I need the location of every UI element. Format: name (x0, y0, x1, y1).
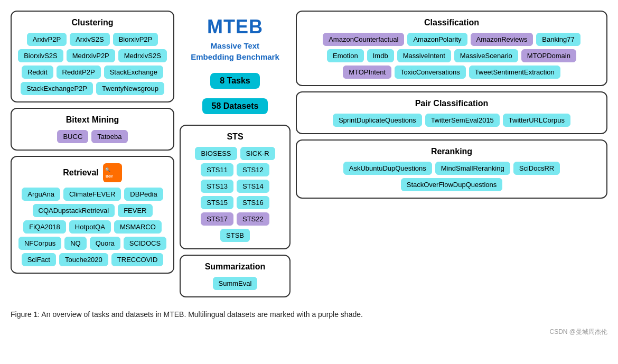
tag-tatoeba: Tatoeba (91, 130, 127, 143)
summarization-box: Summarization SummEval (180, 255, 291, 297)
tag-summeval: SummEval (213, 277, 258, 290)
tag-medrxivp2p: MedrxivP2P (67, 49, 115, 62)
tasks-badge: 8 Tasks (210, 73, 260, 89)
retrieval-tags: ArguAna ClimateFEVER DBPedia CQADupstack… (18, 188, 167, 266)
svg-text:🔍: 🔍 (105, 167, 110, 172)
tag-massivescenario: MassiveScenario (454, 49, 518, 62)
tag-askubuntu: AskUbuntuDupQuestions (343, 162, 432, 175)
tag-fever: FEVER (118, 204, 152, 217)
sts-tags: BIOSESS SICK-R STS11 STS12 STS13 STS14 S… (187, 147, 283, 242)
svg-text:Beir: Beir (106, 174, 113, 178)
pair-classification-tags: SprintDuplicateQuestions TwitterSemEval2… (303, 114, 600, 127)
tag-fiqa2018: FiQA2018 (23, 220, 66, 234)
pair-classification-title: Pair Classification (303, 99, 600, 108)
tag-msmarco: MSMARCO (114, 220, 162, 234)
tag-climatefever: ClimateFEVER (63, 188, 121, 201)
diagram-area: Clustering ArxivP2P ArxivS2S BiorxivP2P … (11, 11, 607, 297)
tag-emotion: Emotion (327, 49, 364, 62)
tag-stackexchange: StackExchange (104, 66, 163, 79)
tag-sts15: STS15 (201, 196, 233, 209)
tag-redditp2p: RedditP2P (57, 66, 101, 79)
tag-quora: Quora (90, 237, 120, 250)
tag-biosess: BIOSESS (195, 147, 237, 160)
tag-sts12: STS12 (237, 163, 269, 176)
reranking-tags: AskUbuntuDupQuestions MindSmallReranking… (303, 162, 600, 191)
tag-mtopdomain: MTOPDomain (521, 49, 576, 62)
tag-touche2020: Touche2020 (59, 253, 108, 266)
tag-twitterurl: TwitterURLCorpus (503, 114, 570, 127)
tag-arguana: ArguAna (22, 188, 60, 201)
tag-medrxivs2s: MedrxivS2S (118, 49, 167, 62)
tag-twentynewsgroup: TwentyNewsgroup (96, 82, 164, 95)
figure-caption: Figure 1: An overview of tasks and datas… (11, 309, 607, 320)
mteb-box: MTEB Massive TextEmbedding Benchmark 8 T… (185, 11, 285, 119)
tag-biorxivp2p: BiorxivP2P (113, 33, 158, 46)
tag-sts13: STS13 (201, 180, 233, 193)
tag-scifact: SciFact (22, 253, 56, 266)
tag-sts17: STS17 (201, 212, 233, 226)
reranking-box: Reranking AskUbuntuDupQuestions MindSmal… (296, 139, 607, 199)
tag-massiveintent: MassiveIntent (397, 49, 451, 62)
left-column: Clustering ArxivP2P ArxivS2S BiorxivP2P … (11, 11, 174, 274)
center-column: MTEB Massive TextEmbedding Benchmark 8 T… (180, 11, 291, 297)
tag-biorxivs2s: BiorxivS2S (18, 49, 63, 62)
tag-sick-r: SICK-R (240, 147, 275, 160)
mteb-subtitle: Massive TextEmbedding Benchmark (191, 40, 279, 62)
retrieval-title: Retrieval (63, 168, 99, 178)
reranking-title: Reranking (303, 147, 600, 156)
bitext-box: Bitext Mining BUCC Tatoeba (11, 108, 174, 151)
tag-banking77: Banking77 (536, 33, 580, 46)
retrieval-box: Retrieval 🔍 Beir ArguAna ClimateFE (11, 156, 174, 274)
mteb-title: MTEB (191, 16, 279, 38)
tag-reddit: Reddit (22, 66, 53, 79)
tag-nq: NQ (64, 237, 87, 250)
retrieval-title-row: Retrieval 🔍 Beir (18, 163, 167, 182)
beir-logo-box: 🔍 Beir (103, 163, 122, 182)
tag-bucc: BUCC (57, 130, 88, 143)
tag-sts16: STS16 (237, 196, 269, 209)
tag-arxivs2s: ArxivS2S (70, 33, 109, 46)
tag-amazonpolarity: AmazonPolarity (407, 33, 467, 46)
main-container: Clustering ArxivP2P ArxivS2S BiorxivP2P … (11, 11, 607, 337)
sts-box: STS BIOSESS SICK-R STS11 STS12 STS13 STS… (180, 125, 291, 249)
tag-imdb: Imdb (367, 49, 394, 62)
tag-sts22: STS22 (237, 212, 269, 226)
summarization-tags: SummEval (187, 277, 283, 290)
clustering-box: Clustering ArxivP2P ArxivS2S BiorxivP2P … (11, 11, 174, 102)
bitext-tags: BUCC Tatoeba (18, 130, 167, 143)
datasets-badge: 58 Datasets (202, 98, 268, 114)
tag-nfcorpus: NFCorpus (18, 237, 61, 250)
classification-box: Classification AmazonCounterfactual Amaz… (296, 11, 607, 86)
clustering-title: Clustering (18, 18, 167, 27)
tag-twittersemeval: TwitterSemEval2015 (425, 114, 500, 127)
tag-stackexchangep2p: StackExchangeP2P (21, 82, 93, 95)
tag-scidocs: SCIDOCS (124, 237, 166, 250)
tag-amazonreviews: AmazonReviews (471, 33, 533, 46)
tag-cqadupstack: CQADupstackRetrieval (33, 204, 115, 217)
svg-rect-0 (104, 164, 121, 182)
tag-sts14: STS14 (237, 180, 269, 193)
pair-classification-box: Pair Classification SprintDuplicateQuest… (296, 91, 607, 134)
tag-stsb: STSB (220, 229, 250, 242)
clustering-tags: ArxivP2P ArxivS2S BiorxivP2P BiorxivS2S … (18, 33, 167, 95)
classification-title: Classification (303, 18, 600, 27)
tag-tweetsentiment: TweetSentimentExtraction (469, 66, 560, 79)
tag-toxicconversations: ToxicConversations (395, 66, 466, 79)
summarization-title: Summarization (187, 262, 283, 272)
tag-stackoverflow: StackOverFlowDupQuestions (401, 178, 503, 191)
classification-tags: AmazonCounterfactual AmazonPolarity Amaz… (303, 33, 600, 79)
tag-scidocsrr: SciDocsRR (513, 162, 560, 175)
sts-title: STS (187, 132, 283, 142)
beir-logo: 🔍 Beir (103, 163, 122, 182)
tag-hotpotqa: HotpotQA (69, 220, 111, 234)
tag-sts11: STS11 (201, 163, 233, 176)
tag-sprintduplicate: SprintDuplicateQuestions (333, 114, 422, 127)
tag-arxivp2p: ArxivP2P (27, 33, 67, 46)
tag-mtopintent: MTOPIntent (343, 66, 391, 79)
tag-dbpedia: DBPedia (124, 188, 163, 201)
tag-treccovid: TRECCOVID (111, 253, 164, 266)
tag-amazoncounterfactual: AmazonCounterfactual (323, 33, 404, 46)
tag-mindsmall: MindSmallReranking (435, 162, 510, 175)
right-column: Classification AmazonCounterfactual Amaz… (296, 11, 607, 199)
watermark: CSDN @曼城周杰伦 (11, 328, 607, 337)
